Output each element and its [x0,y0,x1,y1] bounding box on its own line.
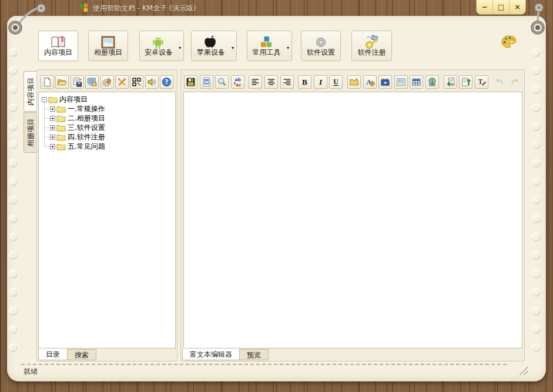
tree-expand-toggle[interactable]: + [50,125,55,130]
editor-button-insert-media[interactable] [378,75,392,89]
tree-expand-toggle[interactable]: + [50,144,55,149]
tree-node-label[interactable]: 一.常规操作 [68,104,105,114]
folder-icon [56,142,66,150]
editor-button-insert-table[interactable] [410,75,423,89]
tree-row-child-1[interactable]: +二.相册项目 [39,113,175,123]
tab-editor-0[interactable]: 富文本编辑器 [182,349,240,360]
editor-content[interactable] [183,92,522,349]
tree-row-child-4[interactable]: +五.常见问题 [39,142,175,151]
tree-node-label[interactable]: 三.软件设置 [68,123,105,133]
emboss-dot [9,122,18,131]
left-panel: ? -内容项目+一.常规操作+二.相册项目+三.软件设置+四.软件注册+五.常见… [36,69,177,361]
tool-button-publish-device[interactable] [85,75,99,89]
editor-button-text-format[interactable]: T [475,75,488,89]
editor-button-align-left[interactable] [249,75,262,89]
left-bottom-tabs: 目录搜索 [38,349,96,360]
toolbar-button-software-register[interactable]: 软件注册 [351,31,392,61]
emboss-dot [9,307,18,316]
tree-row-child-3[interactable]: +四.软件注册 [39,132,175,142]
tree-expand-toggle[interactable]: - [42,97,47,102]
editor-button-font-color[interactable]: A [363,75,377,89]
font-color-icon: A [365,77,375,87]
editor-button-bold[interactable]: B [298,75,311,89]
tool-button-open-folder[interactable] [55,75,69,89]
editor-button-insert-file[interactable] [347,75,361,89]
tree-row-child-0[interactable]: +一.常规操作 [39,104,175,113]
align-right-icon [282,77,292,87]
insert-media-icon [380,77,390,87]
tool-button-design-template[interactable] [100,75,114,89]
side-tab-0[interactable]: 内容项目 [24,71,36,112]
toolbar-button-apple-device[interactable]: 苹果设备▾ [191,31,237,61]
editor-button-align-center[interactable] [264,75,278,89]
svg-text:B: B [302,78,307,86]
tool-button-audio[interactable] [145,75,159,89]
tool-button-tools[interactable] [115,75,129,89]
dropdown-arrow-icon[interactable]: ▾ [287,45,289,51]
editor-button-export-page[interactable] [459,75,472,89]
tree-node-label[interactable]: 内容项目 [59,95,88,105]
svg-text:I: I [319,78,323,86]
tool-button-help[interactable]: ? [160,75,173,89]
tab-left-1[interactable]: 搜索 [67,349,96,360]
editor-button-underline[interactable]: U [329,75,343,89]
tree-node-label[interactable]: 五.常见问题 [68,142,105,152]
editor-bottom-tabs: 富文本编辑器预览 [182,349,268,360]
tool-button-new-document[interactable] [41,75,54,89]
editor-button-import-page[interactable] [444,75,457,89]
tree-node-label[interactable]: 四.软件注册 [68,132,105,142]
tab-editor-1[interactable]: 预览 [239,349,269,360]
minimize-button[interactable]: − [477,0,492,14]
emboss-dot [532,215,541,223]
dropdown-arrow-icon[interactable]: ▾ [179,45,181,51]
insert-image-icon [396,77,406,87]
svg-text:W: W [204,80,209,85]
tool-button-save-document[interactable] [71,75,84,89]
toolbar-button-content-project[interactable]: 内容项目 [38,31,78,61]
tool-button-qrcode[interactable] [130,75,143,89]
editor-button-word-export[interactable]: W [200,75,213,89]
export-page-icon [461,77,471,87]
tree-row-child-2[interactable]: +三.软件设置 [39,123,175,132]
editor-button-replace[interactable]: abac [231,75,244,89]
folder-icon [48,95,58,103]
tab-label: 目录 [46,350,60,360]
side-tab-1[interactable]: 相册项目 [24,112,36,153]
tree-expand-toggle[interactable]: + [50,135,55,140]
editor-button-save[interactable] [184,75,197,89]
folder-icon [56,133,66,141]
editor-button-search[interactable] [215,75,229,89]
title-bar[interactable]: 使用帮助文档 - KM盒子 (演示版) −□× [0,0,553,16]
toolbar-button-android-device[interactable]: 安卓设备▾ [139,31,184,61]
text-format-icon: T [477,77,487,87]
tree-expand-toggle[interactable]: + [50,116,55,121]
close-button[interactable]: × [509,0,525,14]
status-separator [21,364,507,365]
tree-expand-toggle[interactable]: + [50,106,55,112]
help-icon: ? [162,77,172,87]
apple-icon [202,34,219,51]
tree-row-root[interactable]: -内容项目 [39,95,175,104]
android-icon [150,34,166,51]
tree-node-label[interactable]: 二.相册项目 [68,113,105,123]
toolbar-button-common-tools[interactable]: 常用工具▾ [247,31,292,61]
editor-button-insert-image[interactable] [394,75,408,89]
emboss-dot [9,140,18,149]
folder-icon [56,105,66,113]
editor-button-align-right[interactable] [280,75,294,89]
theme-palette-button[interactable] [495,29,522,54]
tab-label: 搜索 [75,350,89,360]
tab-left-0[interactable]: 目录 [38,349,68,360]
editor-button-italic[interactable]: I [314,75,327,89]
content-tree[interactable]: -内容项目+一.常规操作+二.相册项目+三.软件设置+四.软件注册+五.常见问题 [38,92,176,349]
insert-table-icon [411,77,421,87]
maximize-button[interactable]: □ [492,0,509,14]
dropdown-arrow-icon[interactable]: ▾ [232,45,234,51]
toolbar-button-software-settings[interactable]: 软件设置 [301,31,341,61]
photo-frame-icon [100,34,116,51]
side-tab-label: 内容项目 [25,78,35,106]
toolbar-button-album-project[interactable]: 相册项目 [88,31,128,61]
emboss-dot [9,325,18,334]
emboss-dot [9,177,18,186]
editor-button-hyperlink[interactable] [425,75,439,89]
